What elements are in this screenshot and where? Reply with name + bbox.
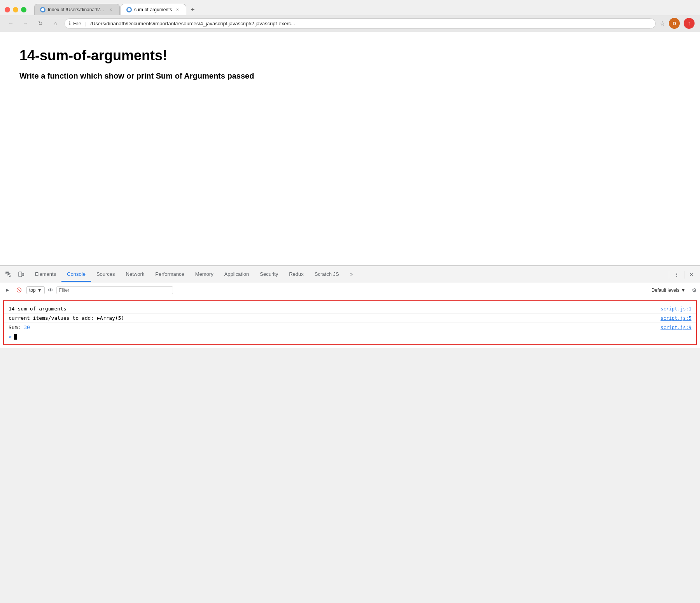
svg-point-0	[41, 8, 44, 11]
console-row-1: 14-sum-of-arguments script.js:1	[4, 304, 696, 314]
devtools-close-button[interactable]: ×	[686, 269, 697, 280]
reload-button[interactable]: ↻	[35, 18, 46, 29]
tab-sources[interactable]: Sources	[91, 267, 121, 282]
devtools-more-menu[interactable]: ⋮	[671, 269, 682, 280]
console-highlighted-region: 14-sum-of-arguments script.js:1 current …	[3, 300, 697, 345]
console-settings-button[interactable]: ⚙	[692, 287, 697, 293]
devtools-tabs: Elements Console Sources Network Perform…	[30, 267, 669, 282]
console-cursor	[14, 334, 17, 340]
minimize-button[interactable]	[13, 7, 18, 12]
page-subtitle: Write a function which show or print Sum…	[19, 72, 681, 81]
address-input[interactable]: ℹ File | /Users/dinanath/Documents/impor…	[65, 18, 656, 29]
console-filter-input[interactable]	[56, 286, 173, 294]
new-tab-button[interactable]: +	[187, 4, 198, 15]
console-output: 14-sum-of-arguments script.js:1 current …	[0, 297, 700, 348]
tab-redux[interactable]: Redux	[284, 267, 309, 282]
console-row-2: current items/values to add: ▶Array(5) s…	[4, 314, 696, 323]
console-link-1[interactable]: script.js:1	[661, 306, 691, 312]
tab-2-favicon	[126, 7, 132, 12]
eye-button[interactable]: 👁	[48, 287, 53, 293]
console-text-3: Sum: 30	[9, 324, 30, 330]
info-icon: ℹ	[69, 21, 71, 26]
devtools-actions: ⋮ ×	[669, 269, 697, 280]
tab-security[interactable]: Security	[254, 267, 284, 282]
tab-performance[interactable]: Performance	[150, 267, 189, 282]
more-tabs-button[interactable]: »	[345, 267, 358, 282]
close-button[interactable]	[5, 7, 10, 12]
context-label: top	[29, 287, 36, 293]
console-run-button[interactable]: ▶	[3, 286, 12, 294]
tab-2-title: sum-of-arguments	[134, 7, 172, 12]
tab-application[interactable]: Application	[219, 267, 255, 282]
console-prompt-icon: >	[9, 334, 12, 340]
console-text-1: 14-sum-of-arguments	[9, 306, 66, 312]
page-title: 14-sum-of-arguments!	[19, 47, 681, 64]
context-dropdown-icon: ▼	[37, 287, 42, 293]
tab-2[interactable]: sum-of-arguments ×	[121, 4, 186, 15]
tab-memory[interactable]: Memory	[190, 267, 219, 282]
address-url: /Users/dinanath/Documents/important/reso…	[90, 21, 650, 26]
devtools-separator-1	[669, 271, 669, 279]
traffic-lights	[5, 7, 26, 12]
devtools-panel: Elements Console Sources Network Perform…	[0, 265, 700, 348]
tab-network[interactable]: Network	[121, 267, 150, 282]
back-button[interactable]: ←	[5, 18, 16, 29]
tab-console[interactable]: Console	[61, 267, 91, 282]
tab-elements[interactable]: Elements	[30, 267, 61, 282]
tab-1-title: Index of /Users/dinanath/Docum...	[48, 7, 105, 12]
devtools-separator-2	[684, 271, 684, 279]
console-row-3: Sum: 30 script.js:9	[4, 323, 696, 332]
tab-1[interactable]: Index of /Users/dinanath/Docum... ×	[34, 4, 120, 15]
forward-button[interactable]: →	[20, 18, 31, 29]
console-link-2[interactable]: script.js:5	[661, 316, 691, 321]
browser-window: Index of /Users/dinanath/Docum... × sum-…	[0, 0, 700, 348]
tabs-bar: Index of /Users/dinanath/Docum... × sum-…	[34, 4, 198, 15]
console-text-2: current items/values to add: ▶Array(5)	[9, 315, 124, 321]
tab-1-favicon	[40, 7, 46, 12]
tab-scratchjs[interactable]: Scratch JS	[309, 267, 345, 282]
address-scheme: File	[73, 21, 81, 26]
default-levels-arrow: ▼	[681, 287, 686, 293]
profile-button[interactable]: D	[669, 18, 680, 29]
maximize-button[interactable]	[21, 7, 26, 12]
page-content: 14-sum-of-arguments! Write a function wh…	[0, 32, 700, 265]
device-toolbar-icon[interactable]	[16, 269, 26, 280]
svg-rect-4	[22, 273, 24, 276]
context-selector[interactable]: top ▼	[26, 286, 45, 294]
address-bar: ← → ↻ ⌂ ℹ File | /Users/dinanath/Documen…	[0, 15, 700, 32]
svg-point-1	[128, 8, 131, 11]
console-input-row[interactable]: >	[4, 332, 696, 341]
default-levels-dropdown[interactable]: Default levels ▼	[651, 287, 686, 293]
update-button[interactable]: ↑	[684, 18, 695, 29]
inspect-element-icon[interactable]	[3, 269, 14, 280]
title-bar: Index of /Users/dinanath/Docum... × sum-…	[0, 0, 700, 15]
devtools-toolbar: Elements Console Sources Network Perform…	[0, 266, 700, 283]
bookmark-button[interactable]: ☆	[660, 20, 665, 27]
console-toolbar: ▶ 🚫 top ▼ 👁 Default levels ▼ ⚙	[0, 283, 700, 297]
console-link-3[interactable]: script.js:9	[661, 325, 691, 330]
tab-1-close[interactable]: ×	[108, 7, 114, 13]
tab-2-close[interactable]: ×	[174, 7, 180, 13]
home-button[interactable]: ⌂	[50, 18, 61, 29]
console-stop-button[interactable]: 🚫	[15, 286, 23, 294]
devtools-panel-icons	[3, 269, 26, 280]
